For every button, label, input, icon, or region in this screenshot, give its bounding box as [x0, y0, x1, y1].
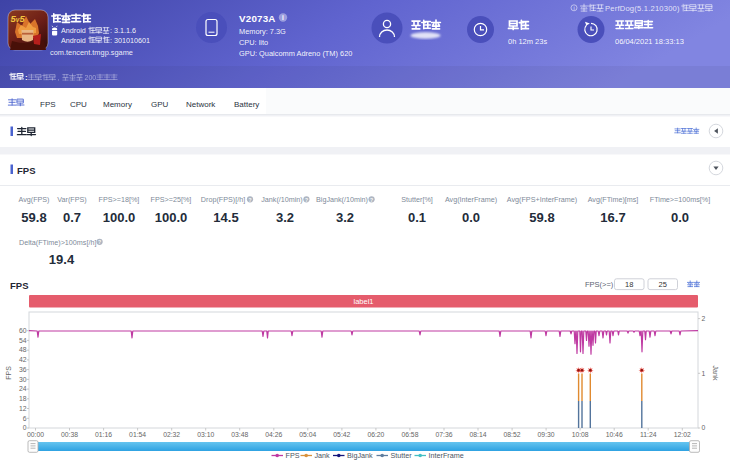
svg-text:Jank: Jank	[712, 366, 719, 381]
svg-text:FPS(>=): FPS(>=)	[585, 280, 614, 289]
svg-text:01:16: 01:16	[95, 431, 112, 438]
svg-text:100.0: 100.0	[155, 210, 188, 225]
svg-text:12:02: 12:02	[674, 431, 691, 438]
svg-text:0.0: 0.0	[462, 210, 480, 225]
svg-text:25: 25	[659, 280, 667, 289]
svg-text:200: 200	[85, 74, 97, 81]
svg-text:1: 1	[702, 370, 706, 377]
svg-text:Jank(/10min): Jank(/10min)	[261, 195, 303, 204]
svg-text:05:42: 05:42	[333, 431, 350, 438]
svg-text:FPS>=25[%]: FPS>=25[%]	[151, 195, 192, 204]
svg-text:05:04: 05:04	[299, 431, 316, 438]
svg-text:30: 30	[19, 376, 27, 383]
svg-text:09:30: 09:30	[538, 431, 555, 438]
svg-text:GPU: GPU	[151, 100, 169, 109]
svg-text:Avg(InterFrame): Avg(InterFrame)	[445, 195, 497, 204]
svg-text:?: ?	[305, 197, 308, 203]
svg-text:59.8: 59.8	[529, 210, 554, 225]
svg-text:Stutter: Stutter	[391, 451, 413, 460]
svg-text:10:46: 10:46	[606, 431, 623, 438]
svg-text:BigJank: BigJank	[347, 451, 373, 460]
svg-text:Memory: 7.3G: Memory: 7.3G	[239, 27, 286, 36]
svg-text:6: 6	[23, 415, 27, 422]
svg-text:Delta(FTime)>100ms[/h]: Delta(FTime)>100ms[/h]	[19, 238, 96, 247]
svg-text:Avg(FPS+InterFrame): Avg(FPS+InterFrame)	[507, 195, 577, 204]
svg-text:03:48: 03:48	[231, 431, 248, 438]
svg-text:V2073A: V2073A	[239, 13, 276, 24]
svg-text:FPS>=18[%]: FPS>=18[%]	[99, 195, 140, 204]
svg-text:Memory: Memory	[103, 100, 132, 109]
svg-text:02:32: 02:32	[163, 431, 180, 438]
svg-text:,: ,	[58, 74, 60, 81]
svg-text:Stutter[%]: Stutter[%]	[401, 195, 433, 204]
svg-text:04:26: 04:26	[265, 431, 282, 438]
svg-text:Avg(FTime)[ms]: Avg(FTime)[ms]	[588, 195, 639, 204]
svg-text:36: 36	[19, 366, 27, 373]
svg-text:Var(FPS): Var(FPS)	[57, 195, 86, 204]
svg-text:08:14: 08:14	[470, 431, 487, 438]
svg-text:60: 60	[19, 327, 27, 334]
svg-text:com.tencent.tmgp.sgame: com.tencent.tmgp.sgame	[50, 48, 133, 57]
svg-text:FPS: FPS	[40, 100, 56, 109]
svg-text:i: i	[573, 5, 574, 11]
svg-text:Network: Network	[186, 100, 216, 109]
svg-text:18: 18	[19, 395, 27, 402]
svg-text:03:10: 03:10	[197, 431, 214, 438]
svg-text:Jank: Jank	[315, 451, 331, 460]
svg-text:FPS: FPS	[17, 165, 35, 176]
svg-text:Drop(FPS)[/h]: Drop(FPS)[/h]	[201, 195, 245, 204]
svg-text:0.1: 0.1	[408, 210, 426, 225]
svg-text:100.0: 100.0	[103, 210, 136, 225]
svg-text:Android: Android	[61, 36, 86, 45]
svg-text:0.7: 0.7	[63, 210, 81, 225]
svg-text:08:52: 08:52	[504, 431, 521, 438]
svg-text:42: 42	[19, 356, 27, 363]
svg-text:2: 2	[702, 315, 706, 322]
svg-text:0h 12m 23s: 0h 12m 23s	[508, 37, 547, 46]
svg-text:i: i	[282, 14, 284, 21]
svg-text:GPU: Qualcomm Adreno (TM) 620: GPU: Qualcomm Adreno (TM) 620	[239, 49, 352, 58]
svg-text:00:38: 00:38	[61, 431, 78, 438]
svg-text:label1: label1	[353, 297, 373, 306]
svg-text:?: ?	[370, 197, 373, 203]
svg-text:InterFrame: InterFrame	[429, 451, 464, 460]
svg-text:Battery: Battery	[234, 100, 259, 109]
svg-text::: :	[25, 73, 28, 82]
svg-text:59.8: 59.8	[21, 210, 46, 225]
svg-text:BigJank(/10min): BigJank(/10min)	[316, 195, 368, 204]
svg-text:CPU: lito: CPU: lito	[239, 38, 268, 47]
svg-text:19.4: 19.4	[49, 252, 75, 267]
svg-text:24: 24	[19, 385, 27, 392]
svg-text:: 3.1.1.6: : 3.1.1.6	[110, 26, 136, 35]
svg-text:16.7: 16.7	[600, 210, 625, 225]
svg-text:54: 54	[19, 337, 27, 344]
svg-text:06:58: 06:58	[401, 431, 418, 438]
svg-text:3.2: 3.2	[336, 210, 354, 225]
svg-text:FPS: FPS	[286, 451, 300, 460]
svg-text:Android: Android	[61, 26, 86, 35]
svg-text:18: 18	[625, 280, 633, 289]
svg-text:0.0: 0.0	[671, 210, 689, 225]
svg-text:FPS: FPS	[10, 280, 28, 291]
svg-text:Avg(FPS): Avg(FPS)	[18, 195, 49, 204]
svg-text:FTime>=100ms[%]: FTime>=100ms[%]	[650, 195, 710, 204]
svg-text:14.5: 14.5	[213, 210, 238, 225]
svg-text:10:08: 10:08	[572, 431, 589, 438]
svg-text:06:20: 06:20	[367, 431, 384, 438]
svg-text:00:00: 00:00	[27, 431, 44, 438]
svg-text:PerfDog(5.1.210300): PerfDog(5.1.210300)	[605, 4, 680, 13]
svg-text:48: 48	[19, 346, 27, 353]
svg-text:0: 0	[702, 424, 706, 431]
svg-text:07:36: 07:36	[435, 431, 452, 438]
svg-text:11:24: 11:24	[640, 431, 657, 438]
svg-text:3.2: 3.2	[276, 210, 294, 225]
svg-text:FPS: FPS	[5, 366, 12, 380]
svg-text:?: ?	[98, 239, 101, 245]
svg-text:01:54: 01:54	[129, 431, 146, 438]
svg-text:?: ?	[249, 197, 252, 203]
svg-text:: 301010601: : 301010601	[110, 36, 150, 45]
svg-text:CPU: CPU	[70, 100, 87, 109]
svg-text:12: 12	[19, 405, 27, 412]
svg-text:06/04/2021 18:33:13: 06/04/2021 18:33:13	[615, 37, 684, 46]
